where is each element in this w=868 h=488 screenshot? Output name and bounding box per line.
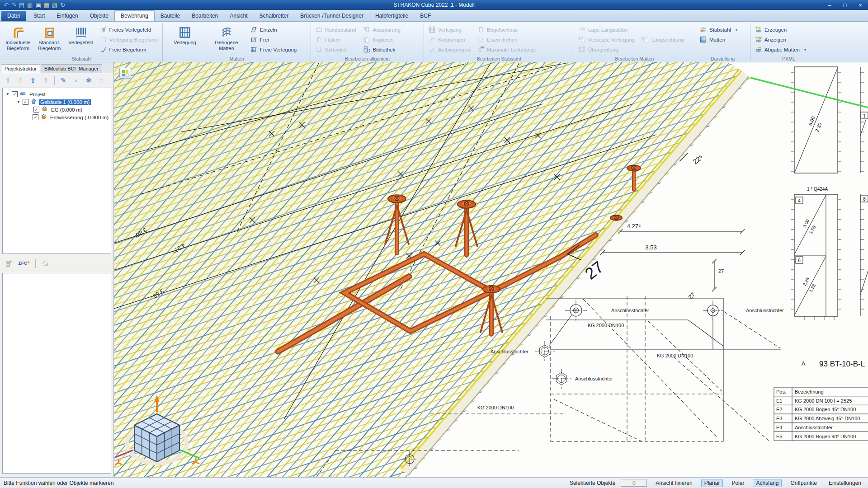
ribbon-group-stabstahl: IndividuelleBiegeformStandard-BiegeformV…: [1, 23, 163, 62]
viewport-display-button[interactable]: [119, 68, 131, 79]
dropdown-arrow-icon[interactable]: ▾: [804, 48, 806, 52]
aussparung-button: Aussparung: [361, 25, 403, 35]
tree-checkbox[interactable]: ✓: [12, 91, 18, 97]
button-label: Gebogene: [215, 40, 238, 46]
statusbar-ansicht-fixieren[interactable]: Ansicht fixieren: [652, 479, 695, 487]
laengsrichtung-icon: [642, 36, 649, 44]
annotation-text: 3.53: [645, 244, 656, 251]
button-label: Längsrichtung: [651, 37, 684, 42]
expander-icon[interactable]: ▼: [5, 92, 10, 96]
svg-text:KG 2000 Bogen 45° DN100: KG 2000 Bogen 45° DN100: [795, 407, 856, 412]
svg-text:E4: E4: [776, 425, 782, 430]
tab-brucken-tunnel-designer[interactable]: Brücken-/Tunnel-Designer: [294, 11, 369, 21]
abgabe-matten-button[interactable]: Abgabe Matten▾: [753, 45, 809, 55]
freies-verlegefeld-button[interactable]: Freies Verlegefeld: [98, 25, 160, 35]
tab-bauteile[interactable]: Bauteile: [155, 11, 186, 21]
gebogene-matten-button[interactable]: GebogeneMatten: [207, 24, 246, 51]
model-view[interactable]: 1468Pos.BezeichnungE1KG 2000 DN 100 l = …: [114, 62, 868, 477]
dropdown-arrow-icon[interactable]: ▾: [736, 28, 737, 32]
close-button[interactable]: ×: [853, 2, 868, 9]
button-label: Standard-Biegeform: [35, 40, 64, 51]
selected-objects-field[interactable]: 0: [621, 479, 647, 487]
standard-biegeform-button[interactable]: Standard-Biegeform: [35, 24, 64, 51]
tree-item-eg-0-000-m[interactable]: ✓EG (0.000 m): [4, 106, 110, 113]
delete-icon: ×: [70, 75, 82, 86]
tree-item-projekt[interactable]: ▼✓Projekt: [4, 90, 110, 98]
einzeln-button[interactable]: Einzeln: [249, 25, 299, 35]
schenkel-icon: [315, 46, 323, 54]
erzeugen-button[interactable]: Erzeugen: [753, 25, 809, 35]
edit-icon[interactable]: ✎: [57, 75, 69, 86]
tab-einfugen[interactable]: Einfügen: [51, 11, 84, 21]
button-label: Matten: [709, 37, 725, 42]
button-label: Verlegefeld: [68, 40, 93, 46]
verlegung-biegeform-button: Verlegung Biegeform: [98, 35, 160, 45]
ifc-list[interactable]: [2, 273, 111, 474]
visibility-icon[interactable]: ❄: [83, 75, 94, 86]
dar-matten-icon: [699, 36, 707, 44]
minimize-button[interactable]: –: [822, 2, 837, 9]
tree-checkbox[interactable]: ✓: [33, 107, 39, 113]
add-storey-icon[interactable]: ⇧: [27, 75, 39, 86]
tree-checkbox[interactable]: ✓: [33, 114, 38, 120]
bibliothek-button[interactable]: Bibliothek: [361, 45, 403, 55]
move-up-icon: ⇑: [14, 75, 26, 86]
ribbon-group-darstellung: Stabstahl▾MattenDarstellung: [695, 23, 750, 62]
annotation-text: Anschlusstrichter: [575, 376, 613, 381]
button-label: Einzeln: [260, 27, 277, 33]
statusbar-achsfang[interactable]: Achsfang: [753, 479, 782, 487]
tab-bewehrung[interactable]: Bewehrung: [114, 10, 155, 21]
tab-ansicht[interactable]: Ansicht: [224, 11, 253, 21]
ribbon-group-bearbeiten-allgemein: RandabstandHakenSchenkelAussparungKopier…: [311, 23, 424, 62]
kropfungen-button: Kröpfungen: [427, 35, 473, 45]
gebogene-matten-icon: [220, 25, 233, 40]
panel-tab-bimcollab-bcf-manager[interactable]: BIMcollab BCF Manager: [41, 64, 102, 73]
button-label: Schenkel: [325, 47, 346, 52]
frei-button[interactable]: Frei: [249, 35, 299, 45]
ribbon: IndividuelleBiegeformStandard-BiegeformV…: [0, 22, 868, 62]
tree-item-entwasserung-0-800-m[interactable]: ✓Entwässerung (-0.800 m): [4, 113, 110, 121]
tab-bcf[interactable]: BCF: [414, 11, 437, 21]
maximale-lieferlange-button: maxMaximale Lieferlänge: [476, 45, 539, 55]
panel-tab-projektstruktur[interactable]: Projektstruktur: [1, 64, 40, 73]
tree-item-gebaude-1-0-000-m[interactable]: ▼✓Gebäude 1 (0.000 m): [4, 98, 110, 106]
tab-bearbeiten[interactable]: Bearbeiten: [186, 11, 224, 21]
tab-objekte[interactable]: Objekte: [84, 11, 114, 21]
verlegefeld-button[interactable]: Verlegefeld: [66, 24, 95, 46]
statusbar-einstellungen[interactable]: Einstellungen: [826, 479, 864, 487]
individuelle-biegeform-button[interactable]: IndividuelleBiegeform: [4, 24, 33, 51]
expander-icon[interactable]: ▼: [16, 100, 21, 104]
kopieren-icon: [363, 36, 370, 44]
tab-schalbretter[interactable]: Schalbretter: [254, 11, 295, 21]
svg-text:KG 2000 DN 100 l = 2525: KG 2000 DN 100 l = 2525: [795, 398, 852, 404]
freie-biegeform-button[interactable]: Freie Biegeform: [98, 45, 160, 55]
tab-halbfertigteile[interactable]: Halbfertigteile: [369, 11, 414, 21]
pxml-erzeugen-icon: [755, 26, 762, 34]
annotation-text: 1 * Q424A: [807, 187, 828, 192]
tree-checkbox[interactable]: ✓: [23, 99, 28, 105]
statusbar-planar[interactable]: Planar: [701, 479, 723, 487]
project-tree[interactable]: ▼✓Projekt▼✓Gebäude 1 (0.000 m)✓EG (0.000…: [2, 88, 111, 254]
annotation-text: Anschlusstrichter: [611, 308, 649, 313]
statusbar-polar[interactable]: Polar: [728, 479, 747, 487]
svg-text:6: 6: [798, 258, 801, 263]
button-label: Abgabe Matten: [764, 47, 800, 52]
statusbar-griffpunkte[interactable]: Griffpunkte: [787, 479, 820, 487]
schenkel-button: Schenkel: [314, 45, 359, 55]
button-label: Freie Verlegung: [260, 47, 297, 52]
stabstahl-button[interactable]: Stabstahl▾: [698, 25, 740, 35]
freie-verlegung-button[interactable]: Freie Verlegung: [249, 45, 299, 55]
add-database-icon[interactable]: [3, 258, 14, 269]
toolbar-separator: [35, 259, 36, 268]
tab-start[interactable]: Start: [28, 11, 51, 21]
tree-project-icon: [19, 90, 26, 98]
button-label: Verlegung: [438, 27, 462, 33]
verlegung-button[interactable]: Verlegung: [165, 24, 204, 46]
statusbar: Bitte Funktion wählen oder Objekte marki…: [0, 477, 868, 488]
ifc-import-button[interactable]: IFC✚: [16, 260, 32, 267]
button-label: Erzeugen: [764, 27, 787, 33]
matten-button[interactable]: Matten: [698, 35, 740, 45]
maximize-button[interactable]: □: [837, 2, 853, 9]
anzeigen-button[interactable]: Anzeigen: [753, 35, 809, 45]
tab-datei[interactable]: Datei: [1, 11, 26, 21]
